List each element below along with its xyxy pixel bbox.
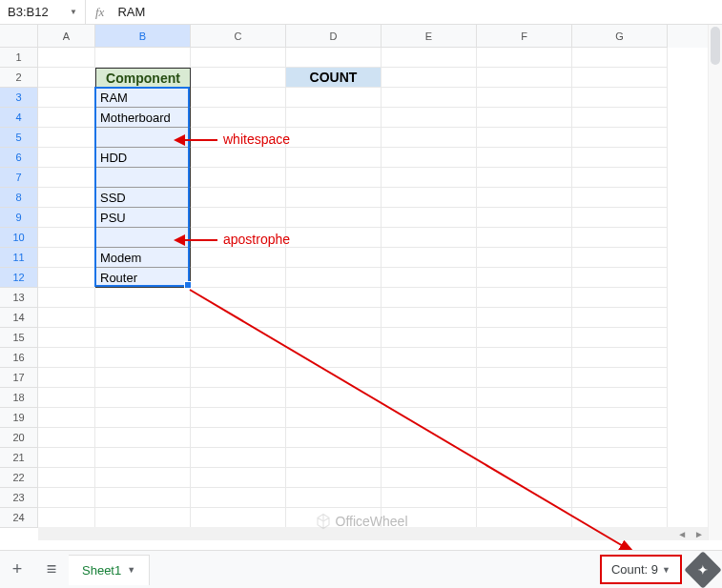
cell[interactable]: Component bbox=[95, 68, 191, 88]
row-header[interactable]: 15 bbox=[0, 328, 38, 348]
cell[interactable] bbox=[477, 348, 572, 368]
cell[interactable] bbox=[572, 328, 668, 348]
row-header[interactable]: 14 bbox=[0, 308, 38, 328]
cell[interactable] bbox=[38, 68, 95, 88]
name-box-dropdown-icon[interactable]: ▼ bbox=[70, 8, 77, 16]
add-sheet-button[interactable]: + bbox=[0, 553, 34, 587]
row-header[interactable]: 12 bbox=[0, 268, 38, 288]
cell[interactable] bbox=[477, 248, 572, 268]
cell[interactable] bbox=[572, 308, 668, 328]
cell[interactable] bbox=[286, 228, 382, 248]
cell[interactable] bbox=[572, 108, 668, 128]
cell[interactable] bbox=[95, 428, 191, 448]
cell[interactable] bbox=[191, 408, 286, 428]
name-box[interactable]: B3:B12 ▼ bbox=[0, 0, 86, 24]
cell[interactable] bbox=[38, 508, 95, 528]
cell[interactable] bbox=[572, 168, 668, 188]
row-header[interactable]: 22 bbox=[0, 468, 38, 488]
cell[interactable] bbox=[572, 48, 668, 68]
row-header[interactable]: 10 bbox=[0, 228, 38, 248]
cell[interactable] bbox=[286, 408, 382, 428]
cell[interactable] bbox=[572, 88, 668, 108]
cell[interactable] bbox=[572, 508, 668, 528]
cell[interactable] bbox=[572, 388, 668, 408]
cell[interactable] bbox=[382, 408, 477, 428]
cell[interactable] bbox=[38, 428, 95, 448]
cell[interactable] bbox=[382, 448, 477, 468]
cell[interactable] bbox=[477, 188, 572, 208]
cell[interactable] bbox=[191, 488, 286, 508]
cell[interactable] bbox=[382, 108, 477, 128]
cell[interactable] bbox=[191, 448, 286, 468]
cell[interactable] bbox=[38, 128, 95, 148]
cell[interactable]: Motherboard bbox=[95, 108, 191, 128]
cell[interactable] bbox=[38, 288, 95, 308]
cell[interactable] bbox=[95, 48, 191, 68]
cell[interactable] bbox=[191, 508, 286, 528]
cell[interactable] bbox=[286, 328, 382, 348]
cell[interactable] bbox=[38, 148, 95, 168]
formula-input[interactable] bbox=[113, 5, 722, 19]
cell[interactable] bbox=[477, 488, 572, 508]
cell[interactable] bbox=[382, 388, 477, 408]
row-header[interactable]: 17 bbox=[0, 368, 38, 388]
cell[interactable] bbox=[38, 248, 95, 268]
cell[interactable] bbox=[286, 388, 382, 408]
row-header[interactable]: 11 bbox=[0, 248, 38, 268]
cell[interactable] bbox=[572, 488, 668, 508]
cell[interactable] bbox=[477, 428, 572, 448]
cell[interactable] bbox=[572, 348, 668, 368]
cell[interactable] bbox=[95, 368, 191, 388]
cell[interactable] bbox=[191, 308, 286, 328]
cell[interactable] bbox=[38, 88, 95, 108]
cell[interactable] bbox=[572, 408, 668, 428]
cell[interactable]: Router bbox=[95, 268, 191, 288]
cell[interactable] bbox=[95, 388, 191, 408]
cell[interactable]: Modem bbox=[95, 248, 191, 268]
cell[interactable] bbox=[286, 308, 382, 328]
cell[interactable] bbox=[191, 268, 286, 288]
cell[interactable] bbox=[191, 148, 286, 168]
cell[interactable] bbox=[191, 368, 286, 388]
row-header[interactable]: 1 bbox=[0, 48, 38, 68]
vertical-scrollbar[interactable] bbox=[708, 25, 722, 540]
cell[interactable] bbox=[477, 228, 572, 248]
cell[interactable] bbox=[477, 468, 572, 488]
cell[interactable] bbox=[477, 368, 572, 388]
column-header[interactable]: A bbox=[38, 25, 95, 48]
cell[interactable] bbox=[477, 108, 572, 128]
cell[interactable] bbox=[191, 188, 286, 208]
cell[interactable] bbox=[95, 488, 191, 508]
cell[interactable] bbox=[572, 448, 668, 468]
cell[interactable] bbox=[95, 288, 191, 308]
cell[interactable] bbox=[286, 148, 382, 168]
cell[interactable] bbox=[191, 328, 286, 348]
cell[interactable] bbox=[477, 448, 572, 468]
cell[interactable] bbox=[286, 268, 382, 288]
explore-button[interactable]: ✦ bbox=[684, 551, 722, 588]
row-header[interactable]: 2 bbox=[0, 68, 38, 88]
cell[interactable] bbox=[572, 148, 668, 168]
cell[interactable] bbox=[38, 348, 95, 368]
cell[interactable] bbox=[191, 388, 286, 408]
sheet-tab-dropdown-icon[interactable]: ▼ bbox=[127, 565, 135, 575]
cell[interactable] bbox=[477, 408, 572, 428]
cell[interactable] bbox=[382, 148, 477, 168]
cell[interactable] bbox=[572, 128, 668, 148]
cell[interactable] bbox=[191, 348, 286, 368]
cell[interactable] bbox=[95, 448, 191, 468]
all-sheets-button[interactable]: ≡ bbox=[34, 553, 69, 587]
cell[interactable] bbox=[95, 168, 191, 188]
column-header[interactable]: B bbox=[95, 25, 191, 48]
cell[interactable] bbox=[286, 348, 382, 368]
column-header[interactable]: G bbox=[572, 25, 668, 48]
sheet-tab[interactable]: Sheet1 ▼ bbox=[69, 555, 150, 585]
cell[interactable] bbox=[477, 388, 572, 408]
cell[interactable] bbox=[286, 368, 382, 388]
row-header[interactable]: 3 bbox=[0, 88, 38, 108]
row-header[interactable]: 16 bbox=[0, 348, 38, 368]
column-header[interactable]: F bbox=[477, 25, 572, 48]
cell[interactable] bbox=[477, 88, 572, 108]
cell[interactable] bbox=[191, 248, 286, 268]
cell[interactable] bbox=[572, 248, 668, 268]
